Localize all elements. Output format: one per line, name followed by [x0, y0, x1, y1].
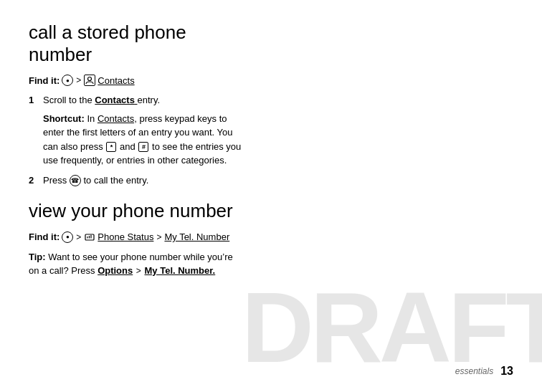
find-it-my-tel: My Tel. Number — [164, 231, 229, 242]
section2-arrow1: > — [76, 232, 81, 242]
section1-title: call a stored phone number — [29, 21, 244, 66]
step-1: 1 Scroll to the Contacts entry. Shortcut… — [29, 93, 244, 168]
step-2: 2 Press ☎ to call the entry. — [29, 173, 244, 188]
section2-title: view your phone number — [29, 200, 244, 222]
menu-icon-2: ● — [62, 231, 73, 243]
tip-options: Options — [98, 265, 133, 276]
find-it-label: Find it: — [29, 75, 60, 86]
step-number-2: 2 — [29, 173, 37, 188]
tip-my-tel: My Tel. Number. — [145, 265, 216, 276]
step1-text: Scroll to the — [43, 95, 92, 105]
shortcut-contacts: Contacts, — [98, 113, 137, 124]
footer-label: essentials — [455, 366, 493, 376]
section1-find-it: Find it: ● > Contacts — [29, 75, 244, 86]
find-it-phone-status: Phone Status — [98, 231, 153, 242]
steps-list: 1 Scroll to the Contacts entry. Shortcut… — [29, 93, 244, 187]
step2-press: Press — [43, 175, 70, 186]
and-text: and — [120, 141, 138, 152]
hash-key-icon: # — [138, 142, 148, 152]
section2-find-it-label: Find it: — [29, 231, 60, 242]
draft-watermark: DRAFT — [242, 277, 542, 378]
tip-arrow: > — [136, 266, 141, 276]
step1-suffix: entry. — [138, 95, 161, 105]
section2-find-it: Find it: ● > Phone Status > My Tel. Numb… — [29, 231, 244, 243]
page-footer: essentials 13 — [455, 365, 513, 378]
step-1-content: Scroll to the Contacts entry. Shortcut: … — [43, 93, 244, 168]
menu-icon: ● — [62, 75, 73, 86]
step-number-1: 1 — [29, 93, 37, 168]
step2-suffix: to call the entry. — [83, 175, 148, 186]
arrow1: > — [76, 75, 81, 85]
tip-label: Tip: — [29, 252, 46, 262]
contacts-nav-icon — [84, 75, 95, 86]
content-area: call a stored phone number Find it: ● > … — [0, 0, 272, 392]
call-button-icon: ☎ — [70, 175, 81, 186]
shortcut-in: In — [87, 113, 95, 124]
svg-point-0 — [88, 77, 92, 81]
step1-contacts: Contacts — [95, 95, 137, 105]
step-2-content: Press ☎ to call the entry. — [43, 173, 244, 188]
phone-status-icon — [84, 233, 95, 242]
tip-block: Tip: Want to see your phone number while… — [29, 250, 244, 278]
shortcut-block: Shortcut: In Contacts, press keypad keys… — [43, 112, 244, 168]
shortcut-label: Shortcut: — [43, 113, 85, 124]
section2-arrow2: > — [156, 232, 161, 242]
footer-page-number: 13 — [500, 365, 513, 378]
page-container: DRAFT call a stored phone number Find it… — [0, 0, 542, 392]
star-key-icon: * — [106, 142, 116, 152]
find-it-contacts: Contacts — [98, 75, 134, 86]
